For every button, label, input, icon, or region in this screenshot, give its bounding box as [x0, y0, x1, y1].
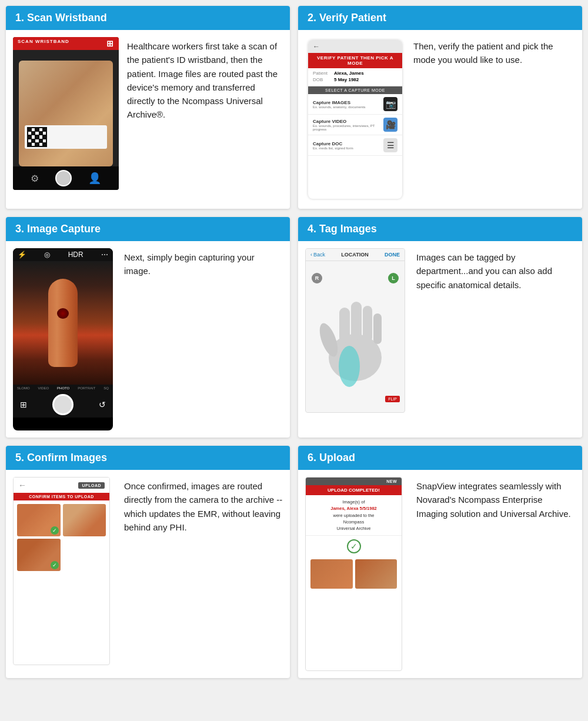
capture-images-option[interactable]: Capture IMAGES Ex. wounds, anatomy, docu… [308, 94, 402, 115]
upload-button[interactable]: UPLOAD [78, 482, 105, 489]
person-icon: 👤 [88, 172, 101, 185]
slomo-mode[interactable]: SLOMO [17, 386, 30, 390]
wrist-band [25, 125, 107, 149]
upload-msg-line3: Ncompass [343, 519, 364, 525]
svg-rect-3 [351, 302, 362, 340]
video-mode[interactable]: VIDEO [38, 386, 49, 390]
gear-icon[interactable]: ⚙ [31, 173, 39, 184]
flash-icon[interactable]: ⚡ [18, 251, 26, 259]
main-grid: 1. Scan Wristband SCAN WRISTBAND ⊞ [6, 6, 582, 678]
flip-label[interactable]: FLIP [385, 396, 400, 402]
upload-thumb-1 [310, 559, 353, 589]
card-verify-patient: 2. Verify Patient ← VERIFY PATIENT THEN … [298, 6, 582, 209]
card-4-header: 4. Tag Images [298, 217, 582, 241]
flip-camera-icon[interactable]: ↺ [99, 400, 106, 409]
card-4-title: Tag Images [319, 223, 377, 235]
card-6-screenshot: NEW UPLOAD COMPLETED! Image(s) of James,… [305, 477, 408, 671]
confirm-images-screen: ← UPLOAD CONFIRM ITEMS TO UPLOAD ✓ [13, 477, 110, 665]
scan-top-bar: SCAN WRISTBAND ⊞ [13, 37, 119, 50]
finger-image [48, 279, 78, 367]
confirm-thumb-1[interactable]: ✓ [17, 504, 61, 536]
svg-rect-5 [373, 313, 382, 344]
card-4-screenshot: ‹ Back LOCATION DONE R L [305, 248, 408, 413]
capture-doc-sub: Ex. meds list, signed form [313, 146, 380, 150]
card-5-title: Confirm Images [27, 452, 107, 463]
card-2-number: 2. [308, 12, 316, 24]
hand-3d-view[interactable] [317, 275, 393, 393]
capture-doc-title: Capture DOC [313, 141, 380, 146]
card-5-text: Once confirmed, images are routed direct… [124, 477, 283, 665]
upload-new-bar: NEW [306, 478, 402, 485]
confirm-back-icon[interactable]: ← [18, 480, 26, 490]
card-6-body: NEW UPLOAD COMPLETED! Image(s) of James,… [298, 470, 582, 678]
card-3-number: 3. [15, 223, 24, 235]
verify-top-bar: ← [308, 40, 402, 53]
qr-code [27, 127, 47, 147]
card-3-header: 3. Image Capture [6, 217, 290, 241]
card-tag-images: 4. Tag Images ‹ Back LOCATION DONE R L [298, 217, 582, 438]
timer-icon[interactable]: ◎ [44, 251, 50, 259]
card-2-screenshot: ← VERIFY PATIENT THEN PICK A MODE Patien… [305, 37, 405, 202]
hand-svg [317, 275, 393, 393]
dob-value: 5 May 1982 [334, 77, 359, 82]
card-1-number: 1. [15, 12, 24, 24]
upload-message: Image(s) of James, Alexa 5/5/1982 were u… [306, 495, 402, 536]
capture-doc-option[interactable]: Capture DOC Ex. meds list, signed form ☰ [308, 135, 402, 156]
upload-thumbnails [306, 557, 402, 591]
qr-icon: ⊞ [106, 39, 114, 48]
upload-msg-line1: Image(s) of [343, 499, 365, 505]
confirm-thumb-2[interactable] [63, 504, 106, 536]
svg-rect-4 [363, 306, 372, 342]
confirm-items-label: CONFIRM ITEMS TO UPLOAD [14, 493, 109, 500]
patient-value: Alexa, James [334, 71, 364, 76]
confirm-top-bar: ← UPLOAD [14, 478, 109, 493]
card-5-number: 5. [15, 452, 24, 463]
new-label: NEW [386, 479, 397, 483]
camera-capture-icon: 📷 [383, 97, 397, 111]
tag-images-screen: ‹ Back LOCATION DONE R L [305, 248, 405, 413]
select-mode-header: SELECT A CAPTURE MODE [308, 86, 402, 94]
sq-mode[interactable]: SQ [103, 386, 109, 390]
card-5-header: 5. Confirm Images [6, 446, 290, 470]
card-6-number: 6. [308, 452, 316, 463]
scan-wristband-screenshot: SCAN WRISTBAND ⊞ [13, 37, 119, 190]
portrait-mode[interactable]: PORTRAIT [78, 386, 95, 390]
card-scan-wristband: 1. Scan Wristband SCAN WRISTBAND ⊞ [6, 6, 290, 209]
patient-info-section: Patient Alexa, James DOB 5 May 1982 [308, 68, 402, 86]
camera-bottom-bar: ⚙ 👤 [13, 166, 119, 190]
capture-video-option[interactable]: Capture VIDEO Ex. wounds, procedures, in… [308, 115, 402, 135]
thumb-image-2 [63, 504, 106, 536]
doc-capture-icon: ☰ [383, 138, 397, 152]
card-4-text: Images can be tagged by department...and… [416, 248, 575, 413]
upload-screen: NEW UPLOAD COMPLETED! Image(s) of James,… [305, 477, 402, 671]
back-chevron-icon: ‹ [310, 252, 312, 258]
card-2-title: Verify Patient [319, 12, 386, 24]
video-capture-icon: 🎥 [383, 118, 397, 132]
back-button[interactable]: ‹ Back [310, 252, 325, 258]
card-upload: 6. Upload NEW UPLOAD COMPLETED! Image(s)… [298, 446, 582, 678]
check-badge-3: ✓ [51, 561, 59, 569]
card-1-header: 1. Scan Wristband [6, 6, 290, 30]
done-button[interactable]: DONE [385, 252, 400, 258]
card-confirm-images: 5. Confirm Images ← UPLOAD CONFIRM ITEMS… [6, 446, 290, 678]
card-2-text: Then, verify the patient and pick the mo… [413, 37, 575, 202]
back-arrow-icon[interactable]: ← [313, 42, 320, 51]
confirm-thumb-3[interactable]: ✓ [17, 539, 61, 571]
card-1-body: SCAN WRISTBAND ⊞ [6, 30, 290, 197]
card-3-title: Image Capture [27, 223, 101, 235]
card-3-body: ⚡ ◎ HDR ⋯ SLOMO VIDEO PHOTO POR [6, 241, 290, 438]
card-1-text: Healthcare workers first take a scan of … [127, 37, 283, 190]
wound-image-view [13, 261, 113, 385]
verify-header-bar: VERIFY PATIENT THEN PICK A MODE [308, 53, 402, 68]
gallery-icon[interactable]: ⊞ [20, 400, 27, 409]
card-5-body: ← UPLOAD CONFIRM ITEMS TO UPLOAD ✓ [6, 470, 290, 672]
shutter-button-3[interactable] [52, 394, 74, 415]
card-3-screenshot: ⚡ ◎ HDR ⋯ SLOMO VIDEO PHOTO POR [13, 248, 116, 430]
shutter-button[interactable] [55, 170, 72, 186]
capture-images-title: Capture IMAGES [313, 100, 380, 105]
card-4-number: 4. [308, 223, 316, 235]
dob-label: DOB [313, 77, 329, 82]
settings-icon[interactable]: ⋯ [101, 251, 108, 259]
photo-mode[interactable]: PHOTO [57, 386, 69, 390]
camera-top-controls: ⚡ ◎ HDR ⋯ [13, 248, 113, 261]
